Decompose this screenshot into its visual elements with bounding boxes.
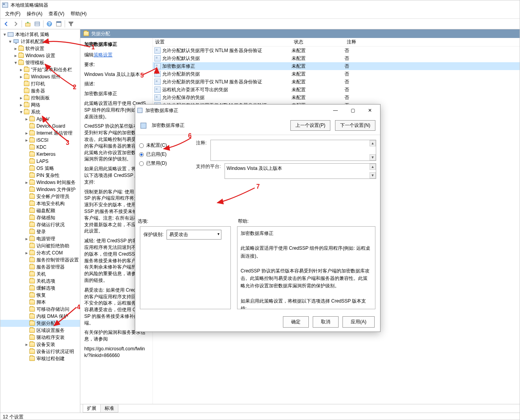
details-view-button[interactable] xyxy=(33,20,42,28)
tree-root[interactable]: ▾本地计算机 策略 xyxy=(0,31,80,38)
tree-item[interactable]: 安全帐户管理员 xyxy=(0,193,80,200)
close-button[interactable]: ✕ xyxy=(361,105,379,116)
scroll-up-icon[interactable]: ▲ xyxy=(370,164,376,170)
tree-item[interactable]: 本地安全机构 xyxy=(0,200,80,207)
tree-item[interactable]: Kerberos xyxy=(0,151,80,158)
filter-button[interactable] xyxy=(67,20,75,28)
tree-server[interactable]: 服务器 xyxy=(0,87,80,94)
tree-item[interactable]: 脚本 xyxy=(0,299,80,306)
tree-item[interactable]: 访问被拒绝协助 xyxy=(0,242,80,249)
annotation-number: 6 xyxy=(188,132,192,139)
up-button[interactable] xyxy=(24,20,32,28)
prev-setting-button[interactable]: 上一个设置(P) xyxy=(290,120,330,131)
tree-item[interactable]: 关机 xyxy=(0,270,80,278)
policy-icon xyxy=(7,31,14,38)
radio-enabled[interactable]: 已启用(E) xyxy=(139,151,188,158)
row-name: 加密数据库修正 xyxy=(162,63,195,70)
tree-label: 本地计算机 策略 xyxy=(15,31,49,38)
tree-start-menu[interactable]: ▸"开始"菜单和任务栏 xyxy=(0,66,80,73)
comment-textbox[interactable]: ▲▼ xyxy=(210,140,376,161)
tree-network[interactable]: ▸网络 xyxy=(0,101,80,108)
tree-pane[interactable]: ▾本地计算机 策略 ▾计算机配置 ▸软件设置 ▸Windows 设置 ▾管理模板… xyxy=(0,29,80,413)
list-row[interactable]: 允许分配默认凭据未配置否 xyxy=(153,54,520,62)
tree-computer-config[interactable]: ▾计算机配置 xyxy=(0,38,80,45)
tab-standard[interactable]: 标准 xyxy=(100,404,118,413)
list-row[interactable]: 允许分配新的凭据用于仅 NTLM 服务器身份验证未配置否 xyxy=(153,78,520,86)
tree-item[interactable]: OS 策略 xyxy=(0,165,80,172)
list-row[interactable]: 允许分配新的凭据未配置否 xyxy=(153,70,520,78)
tree-item[interactable]: 恢复 xyxy=(0,292,80,299)
tree-printer[interactable]: 打印机 xyxy=(0,80,80,87)
col-setting[interactable]: 设置 xyxy=(153,38,292,46)
menu-view[interactable]: 查看(V) xyxy=(45,10,67,18)
tree-item[interactable]: 存储运行状况 xyxy=(0,221,80,228)
tree-item[interactable]: Windows 文件保护 xyxy=(0,186,80,193)
minimize-button[interactable]: — xyxy=(327,105,344,116)
tree-item[interactable]: 内核 DMA 保护 xyxy=(0,313,80,320)
menu-help[interactable]: 帮助(H) xyxy=(67,10,90,18)
tree-item[interactable]: 审核过程创建 xyxy=(0,355,80,362)
tree-item[interactable]: Device Guard xyxy=(0,123,80,130)
list-row[interactable]: 允许分配默认凭据用于仅 NTLM 服务器身份验证未配置否 xyxy=(153,47,520,54)
list-row[interactable]: 远程机允许委派不可导出的凭据未配置否 xyxy=(153,86,520,94)
row-note: 否 xyxy=(344,87,520,93)
tree-item[interactable]: ▸App-V xyxy=(0,115,80,123)
scroll-down-icon[interactable]: ▼ xyxy=(370,154,376,160)
properties-button[interactable] xyxy=(54,20,63,28)
tree-item[interactable]: PIN 复杂性 xyxy=(0,172,80,179)
radio-disabled[interactable]: 已禁用(D) xyxy=(139,160,188,167)
radio-not-configured[interactable]: 未配置(C) xyxy=(139,142,188,149)
folder-icon xyxy=(24,96,29,100)
tree-item[interactable]: ▸Windows 时间服务 xyxy=(0,179,80,186)
tree-item[interactable]: 服务器管理器 xyxy=(0,263,80,270)
col-state[interactable]: 状态 xyxy=(292,38,344,46)
tree-system[interactable]: ▾系统 xyxy=(0,108,80,115)
forward-button[interactable] xyxy=(11,20,20,28)
tree-item[interactable]: ▸设备安装 xyxy=(0,341,80,348)
tree-item[interactable]: ▸分布式 COM xyxy=(0,249,80,256)
col-comment[interactable]: 注释 xyxy=(344,38,520,46)
next-setting-button[interactable]: 下一个设置(N) xyxy=(335,120,375,131)
tree-control-panel[interactable]: ▸控制面板 xyxy=(0,94,80,101)
tree-windows-components[interactable]: ▸Windows 组件 xyxy=(0,73,80,80)
tree-label: 服务器 xyxy=(31,88,45,94)
protection-level-select[interactable]: 易受攻击 xyxy=(167,230,221,240)
tree-item[interactable]: LAPS xyxy=(0,158,80,165)
edit-policy-link[interactable]: 策略设置 xyxy=(94,52,112,58)
radio-icon xyxy=(139,152,144,157)
tree-label: 可移动存储访问 xyxy=(36,306,69,313)
apply-button[interactable]: 应用(A) xyxy=(342,316,375,328)
tree-item[interactable]: 可移动存储访问 xyxy=(0,306,80,313)
tree-admin-templates[interactable]: ▾管理模板 xyxy=(0,59,80,66)
menu-action[interactable]: 操作(A) xyxy=(24,10,45,18)
tree-item[interactable]: 磁盘配额 xyxy=(0,207,80,214)
folder-icon xyxy=(29,342,35,347)
help-button[interactable]: ? xyxy=(45,20,54,28)
menu-file[interactable]: 文件(F) xyxy=(2,10,24,18)
tree-item[interactable]: 缓解选项 xyxy=(0,285,80,292)
tree-item[interactable]: 设备运行状况证明 xyxy=(0,348,80,355)
tree-item[interactable]: 驱动程序安装 xyxy=(0,334,80,341)
tree-item[interactable]: ▸Internet 通信管理 xyxy=(0,130,80,137)
maximize-button[interactable]: ▢ xyxy=(344,105,361,116)
tree-label: Internet 通信管理 xyxy=(36,130,72,137)
ok-button[interactable]: 确定 xyxy=(283,316,309,328)
tree-item[interactable]: 服务控制管理器设置 xyxy=(0,256,80,263)
tree-item[interactable]: 登录 xyxy=(0,228,80,235)
tree-software[interactable]: ▸软件设置 xyxy=(0,45,80,52)
back-button[interactable] xyxy=(2,20,11,28)
scroll-down-icon[interactable]: ▼ xyxy=(370,172,376,178)
tree-item[interactable]: 关机选项 xyxy=(0,278,80,285)
tree-item[interactable]: ▸电源管理 xyxy=(0,235,80,242)
tree-credential-delegation[interactable]: 凭据分配 xyxy=(0,320,80,327)
tab-extended[interactable]: 扩展 xyxy=(83,404,101,413)
folder-icon xyxy=(29,236,35,241)
list-row[interactable]: 加密数据库修正未配置否 xyxy=(153,62,520,70)
setting-icon xyxy=(154,63,161,69)
list-row[interactable]: 允许分配保存的凭据未配置否 xyxy=(153,94,520,101)
scroll-up-icon[interactable]: ▲ xyxy=(370,140,376,146)
tree-windows-settings[interactable]: ▸Windows 设置 xyxy=(0,52,80,59)
tree-item[interactable]: 区域设置服务 xyxy=(0,327,80,334)
cancel-button[interactable]: 取消 xyxy=(313,316,339,328)
tree-item[interactable]: 存储感知 xyxy=(0,214,80,221)
